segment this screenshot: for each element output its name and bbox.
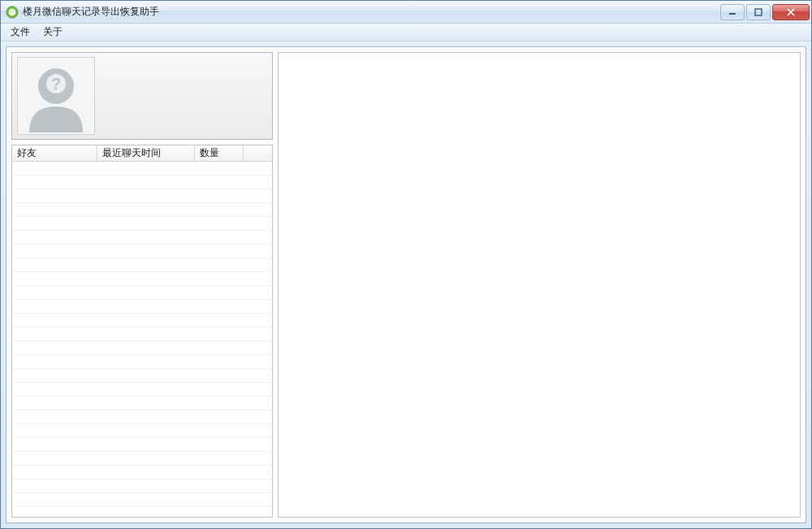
table-row[interactable]: [12, 438, 272, 452]
svg-point-2: [11, 11, 12, 12]
maximize-button[interactable]: [746, 4, 771, 20]
table-row[interactable]: [12, 258, 272, 272]
table-row[interactable]: [12, 327, 272, 341]
svg-rect-4: [729, 13, 736, 15]
table-row[interactable]: [12, 479, 272, 493]
table-row[interactable]: [12, 424, 272, 438]
table-row[interactable]: [12, 466, 272, 479]
table-header: 好友 最近聊天时间 数量: [12, 145, 272, 162]
table-row[interactable]: [12, 341, 272, 355]
table-row[interactable]: [12, 314, 272, 327]
table-row[interactable]: [12, 397, 272, 410]
table-row[interactable]: [12, 162, 272, 176]
svg-point-1: [9, 9, 15, 15]
table-row[interactable]: [12, 176, 272, 189]
table-row[interactable]: [12, 300, 272, 314]
table-row[interactable]: [12, 231, 272, 245]
profile-box: ?: [11, 52, 273, 140]
column-header-count[interactable]: 数量: [195, 145, 244, 161]
table-row[interactable]: [12, 217, 272, 231]
table-row[interactable]: [12, 355, 272, 369]
table-body[interactable]: [12, 162, 272, 517]
window-title: 楼月微信聊天记录导出恢复助手: [23, 5, 719, 19]
svg-point-3: [13, 11, 15, 12]
svg-text:?: ?: [51, 75, 61, 93]
table-row[interactable]: [12, 245, 272, 258]
column-header-last-chat-time[interactable]: 最近聊天时间: [97, 145, 195, 161]
table-row[interactable]: [12, 203, 272, 217]
menubar: 文件 关于: [1, 24, 811, 41]
table-row[interactable]: [12, 410, 272, 424]
friends-table: 好友 最近聊天时间 数量: [11, 145, 273, 518]
window: 楼月微信聊天记录导出恢复助手 文件 关于: [0, 0, 812, 529]
table-row[interactable]: [12, 272, 272, 286]
svg-rect-5: [755, 9, 762, 15]
content-panel: [278, 52, 801, 518]
window-controls: [719, 4, 810, 20]
minimize-button[interactable]: [720, 4, 745, 20]
menu-about[interactable]: 关于: [37, 24, 69, 41]
column-header-spacer: [244, 145, 272, 161]
close-button[interactable]: [772, 4, 810, 20]
left-panel: ? 好友 最近聊天时间 数量: [11, 52, 273, 518]
app-icon: [6, 6, 19, 19]
column-header-friend[interactable]: 好友: [12, 145, 97, 161]
table-row[interactable]: [12, 493, 272, 507]
table-row[interactable]: [12, 189, 272, 203]
table-row[interactable]: [12, 369, 272, 383]
table-row[interactable]: [12, 452, 272, 466]
titlebar[interactable]: 楼月微信聊天记录导出恢复助手: [1, 1, 811, 24]
menu-file[interactable]: 文件: [4, 24, 37, 41]
client-area: ? 好友 最近聊天时间 数量: [6, 46, 806, 523]
avatar: ?: [17, 57, 95, 135]
table-row[interactable]: [12, 383, 272, 397]
table-row[interactable]: [12, 286, 272, 300]
